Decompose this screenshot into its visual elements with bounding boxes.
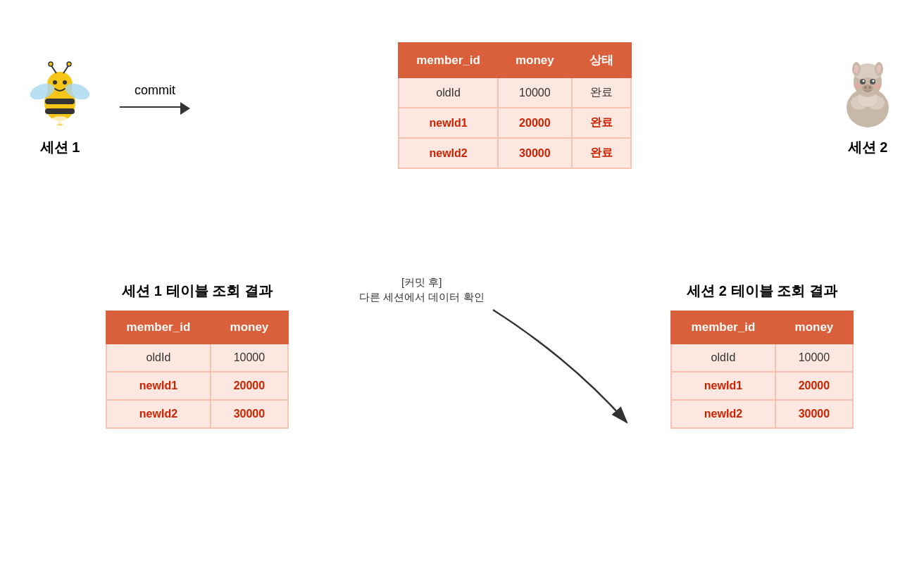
svg-point-13 xyxy=(51,116,68,125)
cell-money: 10000 xyxy=(211,344,288,372)
svg-point-32 xyxy=(868,86,871,89)
cell-money: 30000 xyxy=(498,138,572,168)
cell-member-id: oldId xyxy=(399,77,498,108)
session2-result-table: member_id money oldId 10000 newId1 20000… xyxy=(670,311,854,429)
main-table-area: member_id money 상태 oldId 10000 완료 newId1… xyxy=(204,42,825,169)
commit-arrow-area: commit xyxy=(120,83,190,115)
cell-money: 20000 xyxy=(775,372,853,400)
cell-member-id: oldId xyxy=(106,344,211,372)
cell-money: 10000 xyxy=(498,77,572,108)
svg-point-4 xyxy=(53,80,57,84)
svg-point-24 xyxy=(854,65,859,73)
session1-label: 세션 1 xyxy=(40,138,80,157)
table-row: newId1 20000 xyxy=(106,372,288,400)
main-table-header-status: 상태 xyxy=(572,43,631,77)
svg-point-33 xyxy=(854,83,862,89)
main-table: member_id money 상태 oldId 10000 완료 newId1… xyxy=(398,42,632,169)
cell-member-id: newId1 xyxy=(399,108,498,138)
cell-money: 30000 xyxy=(775,400,853,428)
svg-point-28 xyxy=(863,80,865,82)
session2-area: 세션 2 xyxy=(832,55,903,157)
session1-result-label: 세션 1 테이블 조회 결과 xyxy=(122,282,272,301)
cell-member-id: newId2 xyxy=(106,400,211,428)
cell-member-id: newId1 xyxy=(671,372,775,400)
svg-point-31 xyxy=(864,86,867,89)
main-table-header-member-id: member_id xyxy=(399,43,498,77)
commit-arrow xyxy=(120,101,190,115)
cell-money: 10000 xyxy=(775,344,853,372)
table-row: oldId 10000 완료 xyxy=(399,77,631,108)
table-row: oldId 10000 xyxy=(671,344,853,372)
s2-header-member-id: member_id xyxy=(671,311,775,344)
cell-money: 20000 xyxy=(211,372,288,400)
s1-header-money: money xyxy=(211,311,288,344)
cell-member-id: newId2 xyxy=(399,138,498,168)
cell-member-id: newId1 xyxy=(106,372,211,400)
s2-header-money: money xyxy=(775,311,853,344)
table-row: newId1 20000 xyxy=(671,372,853,400)
cell-money: 30000 xyxy=(211,400,288,428)
cell-money: 20000 xyxy=(498,108,572,138)
svg-point-25 xyxy=(877,65,881,73)
s1-header-member-id: member_id xyxy=(106,311,211,344)
svg-point-9 xyxy=(67,62,71,66)
session1-result-area: 세션 1 테이블 조회 결과 member_id money oldId 100… xyxy=(106,282,289,429)
session2-result-area: 세션 2 테이블 조회 결과 member_id money oldId 100… xyxy=(670,282,854,429)
svg-point-30 xyxy=(862,84,873,92)
svg-rect-1 xyxy=(45,99,75,104)
svg-point-29 xyxy=(873,80,875,82)
cell-member-id: newId2 xyxy=(671,400,775,428)
svg-point-34 xyxy=(873,83,882,89)
table-row: newId2 30000 완료 xyxy=(399,138,631,168)
session2-label: 세션 2 xyxy=(848,138,888,157)
alpaca-icon xyxy=(832,55,903,132)
cell-status: 완료 xyxy=(572,138,631,168)
session1-area: 세션 1 xyxy=(21,55,99,157)
session2-result-label: 세션 2 테이블 조회 결과 xyxy=(687,282,837,301)
bee-icon xyxy=(21,55,99,132)
svg-point-5 xyxy=(63,80,67,84)
svg-rect-2 xyxy=(45,108,75,114)
table-row: newId1 20000 완료 xyxy=(399,108,631,138)
commit-label: commit xyxy=(135,83,175,98)
cell-status: 완료 xyxy=(572,108,631,138)
table-row: newId2 30000 xyxy=(671,400,853,428)
top-section: 세션 1 commit member_id money 상태 oldId 100… xyxy=(0,42,924,169)
bottom-section: 세션 1 테이블 조회 결과 member_id money oldId 100… xyxy=(0,282,924,429)
main-table-header-money: money xyxy=(498,43,572,77)
table-row: oldId 10000 xyxy=(106,344,288,372)
cell-status: 완료 xyxy=(572,77,631,108)
table-row: newId2 30000 xyxy=(106,400,288,428)
session1-result-table: member_id money oldId 10000 newId1 20000… xyxy=(106,311,289,429)
svg-point-7 xyxy=(49,62,53,66)
cell-member-id: oldId xyxy=(671,344,775,372)
